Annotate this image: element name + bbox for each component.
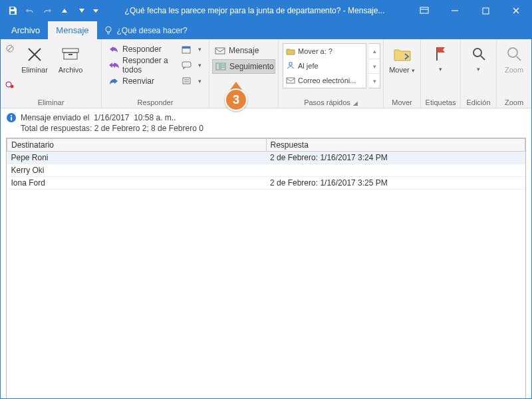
archivo-button[interactable]: Archivo bbox=[54, 42, 87, 74]
tab-archivo[interactable]: Archivo bbox=[3, 21, 48, 39]
svg-point-35 bbox=[508, 48, 517, 57]
ribbon-display-icon[interactable] bbox=[409, 1, 440, 21]
responses-table-wrap: Destinatario Respuesta Pepe Roni2 de Feb… bbox=[6, 138, 526, 399]
svg-line-36 bbox=[517, 57, 521, 61]
svg-rect-39 bbox=[11, 115, 12, 116]
eliminar-button[interactable]: Eliminar bbox=[18, 42, 51, 74]
message-icon bbox=[215, 45, 225, 56]
col-destinatario[interactable]: Destinatario bbox=[7, 139, 267, 152]
minimize-button[interactable] bbox=[440, 1, 470, 21]
group-pasos-rapidos: Mover a: ? Al jefe Correo electróni... ▴… bbox=[279, 39, 384, 108]
quick-step-item[interactable]: Mover a: ? bbox=[283, 44, 366, 59]
group-mover: Mover ▾ Mover bbox=[384, 39, 421, 108]
zoom-icon bbox=[503, 43, 525, 65]
quick-access-toolbar bbox=[1, 3, 100, 19]
tell-me[interactable]: ¿Qué desea hacer? bbox=[97, 26, 194, 39]
to-manager-icon bbox=[286, 61, 295, 70]
lightbulb-icon bbox=[104, 26, 113, 35]
callout-badge: 3 bbox=[225, 88, 247, 111]
ignore-icon[interactable] bbox=[5, 43, 15, 54]
mover-button[interactable]: Mover ▾ bbox=[388, 42, 416, 74]
reply-icon bbox=[108, 44, 119, 55]
table-row[interactable]: Kerry Oki bbox=[7, 164, 525, 177]
svg-rect-22 bbox=[182, 62, 191, 67]
table-row[interactable]: Iona Ford2 de Febrero: 1/16/2017 3:25 PM bbox=[7, 177, 525, 190]
mensaje-button[interactable]: Mensaje bbox=[212, 43, 275, 58]
quick-step-item[interactable]: Correo electróni... bbox=[283, 73, 366, 88]
maximize-button[interactable] bbox=[470, 1, 501, 21]
group-label: Mover bbox=[384, 98, 420, 108]
forward-icon bbox=[108, 76, 119, 86]
responder-button[interactable]: Responder bbox=[106, 42, 178, 57]
junk-icon[interactable] bbox=[5, 79, 15, 90]
archive-icon bbox=[60, 43, 81, 65]
more-icon bbox=[182, 76, 192, 86]
team-email-icon bbox=[286, 76, 295, 85]
tracking-icon bbox=[215, 61, 226, 72]
totals-line: Total de respuestas: 2 de Febrero 2; 8 d… bbox=[21, 123, 203, 134]
seguimiento-button[interactable]: Seguimiento bbox=[212, 59, 275, 74]
window-title: ¿Qué fecha les parece mejor para la junt… bbox=[100, 6, 409, 15]
group-label: Responder bbox=[102, 98, 209, 108]
svg-rect-17 bbox=[63, 49, 78, 53]
quick-step-item[interactable]: Al jefe bbox=[283, 59, 366, 73]
group-label: Pasos rápidos bbox=[304, 98, 350, 106]
meeting-icon bbox=[182, 44, 192, 55]
tab-mensaje[interactable]: Mensaje bbox=[48, 21, 96, 39]
responder-todos-button[interactable]: Responder a todos bbox=[106, 58, 178, 72]
title-bar: ¿Qué fecha les parece mejor para la junt… bbox=[1, 1, 531, 21]
tracking-info-bar: Mensaje enviado el 1/16/2017 10:58 a. m.… bbox=[1, 108, 531, 136]
svg-rect-5 bbox=[483, 8, 489, 14]
group-edicion: ▾ Edición bbox=[461, 39, 497, 108]
svg-rect-31 bbox=[289, 63, 292, 65]
svg-rect-38 bbox=[11, 117, 12, 120]
svg-point-14 bbox=[11, 85, 14, 88]
dialog-launcher-icon[interactable]: ◢ bbox=[353, 100, 358, 106]
redo-icon[interactable] bbox=[39, 3, 55, 19]
reply-all-icon bbox=[108, 60, 119, 70]
delete-icon bbox=[24, 43, 45, 65]
im-icon bbox=[182, 60, 192, 70]
svg-rect-0 bbox=[11, 7, 14, 9]
group-label: Eliminar bbox=[1, 98, 101, 108]
im-reply-button[interactable]: ▾ bbox=[180, 58, 205, 72]
close-button[interactable] bbox=[501, 1, 531, 21]
more-respond-button[interactable]: ▾ bbox=[180, 74, 205, 88]
group-zoom: Zoom Zoom bbox=[497, 39, 531, 108]
qat-customize-icon[interactable] bbox=[91, 3, 100, 19]
reenviar-button[interactable]: Reenviar bbox=[106, 74, 178, 88]
svg-line-12 bbox=[8, 47, 12, 51]
col-respuesta[interactable]: Respuesta bbox=[266, 139, 525, 152]
quick-steps-list[interactable]: Mover a: ? Al jefe Correo electróni... bbox=[283, 43, 366, 88]
step-callout: 3 bbox=[225, 82, 247, 111]
ribbon-tabs: Archivo Mensaje ¿Qué desea hacer? bbox=[1, 21, 531, 39]
svg-rect-2 bbox=[420, 7, 428, 13]
responses-table: Destinatario Respuesta Pepe Roni2 de Feb… bbox=[7, 138, 525, 190]
svg-line-34 bbox=[481, 56, 485, 60]
next-item-icon[interactable] bbox=[74, 3, 90, 19]
sent-line: Mensaje enviado el 1/16/2017 10:58 a. m.… bbox=[21, 112, 203, 123]
meeting-reply-button[interactable]: ▾ bbox=[180, 42, 205, 57]
svg-point-8 bbox=[106, 27, 111, 32]
svg-point-33 bbox=[473, 49, 481, 57]
group-eliminar: Eliminar Archivo Eliminar bbox=[1, 39, 102, 108]
undo-icon[interactable] bbox=[22, 3, 38, 19]
svg-rect-1 bbox=[11, 11, 15, 14]
table-row[interactable]: Pepe Roni2 de Febrero: 1/16/2017 3:24 PM bbox=[7, 152, 525, 164]
svg-rect-32 bbox=[287, 78, 295, 83]
svg-rect-27 bbox=[216, 63, 219, 70]
prev-item-icon[interactable] bbox=[57, 3, 72, 19]
save-icon[interactable] bbox=[5, 3, 21, 19]
group-label: Edición bbox=[461, 98, 496, 108]
svg-rect-18 bbox=[64, 53, 77, 59]
quick-steps-scroll[interactable]: ▴▾▾ bbox=[369, 43, 380, 88]
flag-icon bbox=[430, 43, 452, 65]
etiquetas-button[interactable]: ▾ bbox=[425, 42, 456, 72]
group-responder: Responder Responder a todos Reenviar ▾ ▾… bbox=[102, 39, 209, 108]
ribbon: Eliminar Archivo Eliminar Responder Resp… bbox=[1, 39, 531, 108]
svg-rect-28 bbox=[221, 63, 225, 70]
folder-move-icon bbox=[286, 47, 295, 56]
zoom-button[interactable]: Zoom bbox=[501, 42, 527, 74]
edicion-button[interactable]: ▾ bbox=[465, 42, 492, 72]
svg-rect-23 bbox=[183, 78, 190, 84]
